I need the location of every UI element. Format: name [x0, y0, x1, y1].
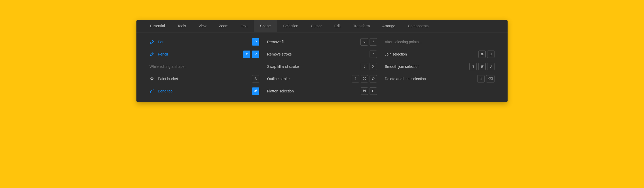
- shortcut-swap-fill-stroke[interactable]: Swap fill and stroke ⇧ X: [267, 60, 377, 73]
- shortcut-delete-heal-selection[interactable]: Delete and heal selection ⇧ ⌫: [385, 73, 494, 85]
- tab-view[interactable]: View: [192, 20, 213, 32]
- section-header-points: After selecting points...: [385, 36, 494, 48]
- key-shift: ⇧: [469, 63, 477, 70]
- key: P: [252, 51, 259, 58]
- key-command: ⌘: [361, 75, 368, 82]
- key-shift: ⇧: [361, 63, 368, 70]
- tab-bar: Essential Tools View Zoom Text Shape Sel…: [136, 20, 508, 32]
- bend-tool-icon: [150, 89, 154, 93]
- key-option: ⌥: [360, 38, 368, 46]
- shortcut-outline-stroke[interactable]: Outline stroke ⇧ ⌘ O: [267, 73, 377, 85]
- shortcut-keys: ⇧ P: [243, 51, 259, 58]
- column-0: Pen P Pencil ⇧: [150, 36, 259, 97]
- shortcut-label: Remove stroke: [267, 52, 292, 56]
- shortcut-keys: /: [370, 51, 377, 58]
- key: O: [370, 75, 377, 82]
- column-2: After selecting points... Join selection…: [385, 36, 494, 97]
- tab-arrange[interactable]: Arrange: [376, 20, 402, 32]
- shortcut-join-selection[interactable]: Join selection ⌘ J: [385, 48, 494, 60]
- shortcuts-panel: Essential Tools View Zoom Text Shape Sel…: [136, 20, 508, 102]
- shortcut-label: Bend tool: [158, 89, 173, 93]
- shortcut-label: Flatten selection: [267, 89, 294, 93]
- shortcut-label: Delete and heal selection: [385, 77, 426, 81]
- pen-icon: [150, 40, 154, 44]
- shortcut-remove-stroke[interactable]: Remove stroke /: [267, 48, 377, 60]
- shortcut-label: Pencil: [158, 52, 168, 56]
- shortcut-label: Swap fill and stroke: [267, 64, 299, 69]
- shortcut-remove-fill[interactable]: Remove fill ⌥ /: [267, 36, 377, 48]
- shortcut-pen[interactable]: Pen P: [150, 36, 259, 48]
- tab-essential[interactable]: Essential: [144, 20, 171, 32]
- shortcut-keys: ⌘: [252, 87, 259, 95]
- section-header-editing: While editing a shape...: [150, 60, 259, 73]
- tab-components[interactable]: Components: [401, 20, 435, 32]
- shortcut-label: Remove fill: [267, 40, 285, 44]
- key: /: [370, 51, 377, 58]
- tab-edit[interactable]: Edit: [328, 20, 347, 32]
- key-shift: ⇧: [352, 75, 359, 82]
- key-command: ⌘: [478, 51, 486, 58]
- tab-cursor[interactable]: Cursor: [304, 20, 328, 32]
- svg-point-2: [150, 92, 151, 93]
- key: X: [370, 63, 377, 70]
- section-header-label: While editing a shape...: [150, 64, 188, 69]
- shortcut-keys: P: [252, 38, 259, 46]
- shortcut-keys: ⌘ E: [361, 87, 377, 95]
- shortcut-keys: ⇧ X: [361, 63, 377, 70]
- key-shift: ⇧: [477, 75, 485, 82]
- key-delete: ⌫: [486, 75, 494, 82]
- key: B: [252, 75, 259, 82]
- tab-shape[interactable]: Shape: [254, 20, 277, 32]
- key: J: [487, 63, 494, 70]
- key-shift: ⇧: [243, 51, 250, 58]
- tab-zoom[interactable]: Zoom: [213, 20, 235, 32]
- shortcut-label: Outline stroke: [267, 77, 290, 81]
- key-command: ⌘: [478, 63, 486, 70]
- tab-tools[interactable]: Tools: [171, 20, 192, 32]
- pencil-icon: [150, 52, 154, 57]
- shortcut-flatten-selection[interactable]: Flatten selection ⌘ E: [267, 85, 377, 97]
- svg-marker-1: [150, 77, 154, 79]
- key: J: [487, 51, 494, 58]
- shortcut-smooth-join-selection[interactable]: Smooth join selection ⇧ ⌘ J: [385, 60, 494, 73]
- key: P: [252, 38, 259, 46]
- shortcut-keys: ⇧ ⌘ O: [352, 75, 377, 82]
- shortcut-keys: ⌘ J: [478, 51, 494, 58]
- shortcut-keys: ⇧ ⌘ J: [469, 63, 494, 70]
- shortcuts-content: Pen P Pencil ⇧: [136, 32, 508, 102]
- shortcut-bend-tool[interactable]: Bend tool ⌘: [150, 85, 259, 97]
- shortcut-label: Paint bucket: [158, 77, 178, 81]
- svg-point-3: [153, 89, 154, 90]
- shortcut-keys: ⌥ /: [360, 38, 377, 46]
- shortcut-pencil[interactable]: Pencil ⇧ P: [150, 48, 259, 60]
- key: E: [370, 87, 377, 95]
- tab-transform[interactable]: Transform: [347, 20, 376, 32]
- shortcut-keys: ⇧ ⌫: [477, 75, 494, 82]
- shortcut-keys: B: [252, 75, 259, 82]
- tab-selection[interactable]: Selection: [277, 20, 305, 32]
- shortcut-label: Pen: [158, 40, 164, 44]
- column-1: Remove fill ⌥ / Remove stroke / Swap fil…: [267, 36, 377, 97]
- shortcut-label: Join selection: [385, 52, 407, 56]
- shortcut-paint-bucket[interactable]: Paint bucket B: [150, 73, 259, 85]
- paint-bucket-icon: [150, 76, 154, 81]
- shortcut-label: Smooth join selection: [385, 64, 419, 69]
- key: /: [370, 38, 377, 46]
- tab-text[interactable]: Text: [234, 20, 254, 32]
- section-header-label: After selecting points...: [385, 40, 422, 44]
- key-command: ⌘: [361, 87, 368, 95]
- key-command: ⌘: [252, 87, 259, 95]
